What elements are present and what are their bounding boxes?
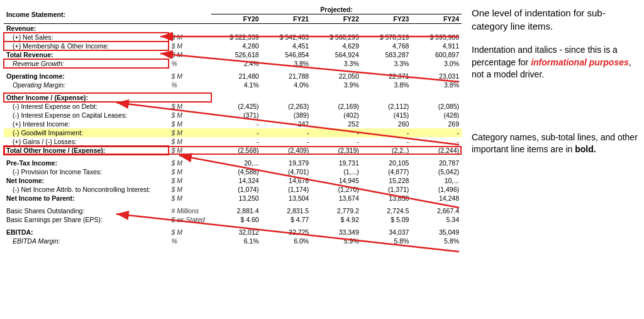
table-row: (+) Membership & Other Income:$ M4,2804,…	[4, 42, 462, 50]
table-row: EBITDA:$ M32,01232,72533,34934,03735,049	[4, 228, 462, 237]
row-unit: %	[169, 59, 211, 68]
cell-fy21: 21,788	[262, 72, 312, 81]
row-label: (+) Interest Income:	[4, 120, 169, 128]
row-unit: $ M	[169, 111, 211, 120]
table-row: Net Income to Parent:$ M13,25013,50413,6…	[4, 194, 462, 203]
row-label: (+) Net Sales:	[4, 33, 169, 42]
row-label: Total Revenue:	[4, 50, 169, 59]
cell-fy23: 4,768	[362, 42, 412, 50]
cell-fy20: (371)	[211, 111, 262, 120]
cell-fy21: (2,409)	[262, 146, 312, 155]
cell-fy21: 4,451	[262, 42, 312, 50]
row-unit: $ M	[169, 72, 211, 81]
cell-fy23: 3.3%	[362, 59, 412, 68]
cell-fy20: 21,480	[211, 72, 262, 81]
table-header-label: Income Statement:	[4, 5, 169, 24]
cell-fy22: (1,...)	[311, 167, 362, 176]
row-unit: $ M	[169, 194, 211, 203]
row-label: (-) Goodwill Impairment:	[4, 128, 169, 137]
annotation-2: Indentation and italics - since this is …	[472, 44, 638, 81]
cell-fy23: -	[362, 128, 412, 137]
cell-fy24: 5.34	[411, 215, 462, 224]
row-unit: # Millions	[169, 206, 211, 215]
cell-fy23: $ 578,519	[362, 33, 412, 42]
cell-fy20: 6.1%	[211, 237, 262, 245]
cell-fy21: 4.0%	[262, 81, 312, 89]
cell-fy21: 6.0%	[262, 237, 312, 245]
cell-fy20: $ 4.60	[211, 215, 262, 224]
cell-fy22: 14,945	[311, 176, 362, 185]
row-label: (-) Provision for Income Taxes:	[4, 167, 169, 176]
row-unit: $ M	[169, 33, 211, 42]
fy21-header: FY21	[262, 14, 312, 24]
cell-fy22: -	[311, 137, 362, 146]
cell-fy20: 4,280	[211, 42, 262, 50]
cell-fy23: 5.8%	[362, 237, 412, 245]
cell-fy21: 19,379	[262, 159, 312, 167]
table-row: Revenue Growth:%2.4%3.8%3.3%3.3%3.0%	[4, 59, 462, 68]
table-row: (+) Interest Income:$ M-242252260269	[4, 120, 462, 128]
cell-fy20: (2,568)	[211, 146, 262, 155]
table-row: (-) Interest Expense on Capital Leases:$…	[4, 111, 462, 120]
cell-fy20: 14,324	[211, 176, 262, 185]
row-label: (-) Net Income Attrib. to Noncontrolling…	[4, 185, 169, 194]
cell-fy22: 3.9%	[311, 81, 362, 89]
cell-fy22: (2,169)	[311, 102, 362, 111]
cell-fy24: (1,496)	[411, 185, 462, 194]
row-unit: $ as Stated	[169, 215, 211, 224]
cell-fy23: 22,371	[362, 72, 412, 81]
row-label: Net Income:	[4, 176, 169, 185]
cell-fy24: 35,049	[411, 228, 462, 237]
cell-fy22: $ 4.92	[311, 215, 362, 224]
cell-fy20: (1,074)	[211, 185, 262, 194]
cell-fy20: -	[211, 128, 262, 137]
cell-fy21: (2,263)	[262, 102, 312, 111]
table-row: (-) Net Income Attrib. to Noncontrolling…	[4, 185, 462, 194]
cell-fy24: 10,...	[411, 176, 462, 185]
cell-fy22: $ 560,295	[311, 33, 362, 42]
cell-fy23: -	[362, 137, 412, 146]
cell-fy24: 4,911	[411, 42, 462, 50]
table-row: (-) Provision for Income Taxes:$ M(4,588…	[4, 167, 462, 176]
table-row: Operating Income:$ M21,48021,78822,05022…	[4, 72, 462, 81]
annotation-3-text: Category names, sub-total lines, and oth…	[472, 133, 638, 155]
cell-fy23: 20,105	[362, 159, 412, 167]
cell-fy22: 22,050	[311, 72, 362, 81]
annotation-2-text: Indentation and italics - since this is …	[472, 45, 631, 79]
row-label: Pre-Tax Income:	[4, 159, 169, 167]
cell-fy21: (389)	[262, 111, 312, 120]
row-unit: $ M	[169, 146, 211, 155]
table-row: Basic Shares Outstanding:# Millions2,881…	[4, 206, 462, 215]
cell-fy20: $ 522,339	[211, 33, 262, 42]
row-label: Operating Income:	[4, 72, 169, 81]
cell-fy21: 13,504	[262, 194, 312, 203]
row-label: Basic Earnings per Share (EPS):	[4, 215, 169, 224]
cell-fy23: 3.8%	[362, 81, 412, 89]
cell-fy23: $ 5.09	[362, 215, 412, 224]
cell-fy23: 260	[362, 120, 412, 128]
income-table: Income Statement: Projected: FY20 FY21 F…	[4, 5, 462, 245]
annotation-1: One level of indentation for sub-categor…	[472, 6, 638, 33]
table-row: (-) Goodwill Impairment:$ M-----	[4, 128, 462, 137]
row-label: Basic Shares Outstanding:	[4, 206, 169, 215]
cell-fy20: 4.1%	[211, 81, 262, 89]
cell-fy22: 564,924	[311, 50, 362, 59]
fy24-header: FY24	[411, 14, 462, 24]
cell-fy23: 13,858	[362, 194, 412, 203]
table-row: EBITDA Margin:%6.1%6.0%5.9%5.8%5.8%	[4, 237, 462, 245]
row-label: Operating Margin:	[4, 81, 169, 89]
cell-fy20: (2,425)	[211, 102, 262, 111]
row-label: Revenue Growth:	[4, 59, 169, 68]
cell-fy20: 2.4%	[211, 59, 262, 68]
cell-fy21: 546,854	[262, 50, 312, 59]
row-unit: $ M	[169, 185, 211, 194]
section-label: Revenue:	[4, 24, 211, 33]
cell-fy21: $ 542,403	[262, 33, 312, 42]
fy20-header: FY20	[211, 14, 262, 24]
cell-fy21: 242	[262, 120, 312, 128]
cell-fy24: 20,787	[411, 159, 462, 167]
row-unit: $ M	[169, 128, 211, 137]
cell-fy24: 3.0%	[411, 59, 462, 68]
cell-fy21: -	[262, 128, 312, 137]
cell-fy24: $ 595,986	[411, 33, 462, 42]
